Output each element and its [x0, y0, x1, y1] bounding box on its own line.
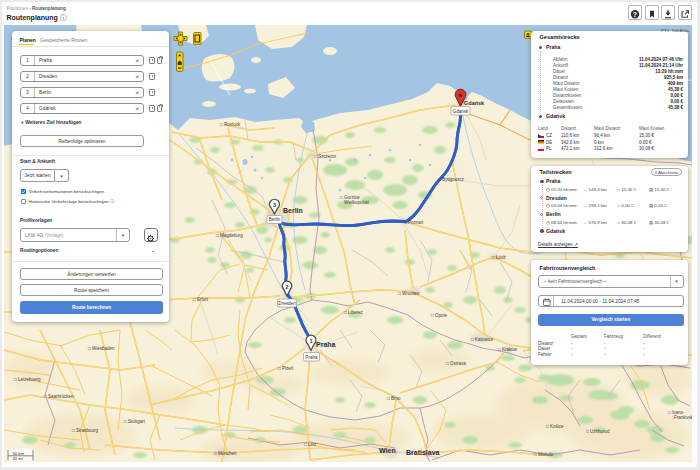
svg-text:Berlin: Berlin [283, 207, 303, 214]
svg-text:Gdańsk: Gdańsk [464, 100, 485, 106]
svg-text:Praha: Praha [316, 341, 336, 348]
svg-text:Gdańsk: Gdańsk [453, 109, 470, 114]
svg-text:□ Łódź: □ Łódź [492, 255, 506, 260]
svg-text:□ Letzebuerg: □ Letzebuerg [14, 377, 41, 382]
svg-text:□ Ostrava: □ Ostrava [446, 361, 466, 366]
svg-text:□ Bydgoszcz: □ Bydgoszcz [438, 177, 464, 182]
svg-text:□ Košice: □ Košice [546, 424, 564, 429]
svg-text:1: 1 [309, 338, 312, 344]
svg-text:Praha: Praha [305, 355, 318, 360]
svg-text:Dresden: Dresden [278, 301, 296, 306]
svg-text:Bratislava: Bratislava [406, 449, 440, 456]
svg-text:Frankivsk: Frankivsk [674, 415, 692, 420]
svg-text:□ Brno: □ Brno [387, 396, 401, 401]
svg-text:□ Kraków: □ Kraków [498, 347, 518, 352]
svg-text:□ München: □ München [214, 451, 237, 456]
svg-text:□ Miskolc: □ Miskolc [534, 452, 554, 457]
svg-text:□ Linz: □ Linz [304, 442, 317, 447]
svg-text:□ Plzeň: □ Plzeň [278, 366, 294, 371]
svg-text:□ Saarbrücken: □ Saarbrücken [44, 394, 74, 399]
svg-text:3: 3 [273, 202, 276, 208]
svg-text:Berlin: Berlin [269, 217, 281, 222]
svg-text:50 km: 50 km [13, 451, 25, 456]
svg-text:□ Strasbourg: □ Strasbourg [72, 428, 98, 433]
svg-text:□ Poznań: □ Poznań [404, 220, 424, 225]
svg-text:Wien: Wien [379, 447, 396, 454]
svg-text:?: ? [633, 10, 637, 17]
svg-text:□ Wrocław: □ Wrocław [398, 291, 420, 296]
svg-text:□ Wiesbaden: □ Wiesbaden [88, 346, 115, 351]
svg-text:□ Stuttgart: □ Stuttgart [124, 419, 146, 424]
svg-text:2: 2 [286, 284, 289, 290]
svg-text:□ Erfurt: □ Erfurt [193, 297, 209, 302]
svg-text:□ Uzhhorod: □ Uzhhorod [586, 429, 610, 434]
svg-text:□ Rostock: □ Rostock [220, 122, 241, 127]
svg-text:30 mi: 30 mi [13, 456, 23, 461]
svg-text:□ Szczecin: □ Szczecin [314, 154, 336, 159]
svg-text:Wielkopolski: Wielkopolski [344, 200, 369, 205]
svg-text:□ Magdeburg: □ Magdeburg [216, 233, 243, 238]
svg-text:□ Liberec: □ Liberec [344, 310, 363, 315]
svg-text:□ Katowice: □ Katowice [471, 337, 494, 342]
svg-text:□ Opole: □ Opole [431, 313, 447, 318]
